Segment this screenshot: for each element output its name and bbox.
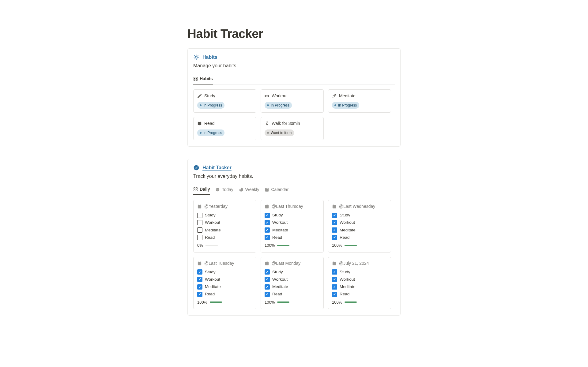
tracker-section: Habit Tacker Track your everyday habits.… — [187, 159, 401, 316]
checkbox[interactable] — [197, 235, 202, 240]
svg-rect-44 — [333, 262, 336, 265]
checkbox[interactable] — [197, 227, 202, 233]
progress-percent: 100% — [265, 299, 275, 305]
habit-check-row: ✓ Study — [332, 269, 387, 275]
habit-card[interactable]: Walk for 30min Want to form — [261, 117, 324, 140]
habit-label: Read — [205, 291, 215, 297]
calendar-icon — [265, 261, 269, 266]
tracker-tab-today[interactable]: Today — [215, 185, 233, 195]
habit-check-row: ✓ Study — [265, 212, 320, 218]
checkbox[interactable]: ✓ — [265, 292, 270, 297]
day-card[interactable]: @Last Wednesday ✓ Study ✓ Workout ✓ Medi… — [328, 200, 391, 253]
habit-card[interactable]: Workout In Progress — [261, 89, 324, 113]
habit-card-title: Read — [204, 120, 214, 127]
tracker-subtitle: Track your everyday habits. — [193, 173, 395, 180]
habit-check-row: ✓ Workout — [265, 219, 320, 226]
habit-check-row: ✓ Workout — [265, 276, 320, 283]
habit-check-row: ✓ Meditate — [197, 284, 252, 290]
tracker-link[interactable]: Habit Tacker — [202, 164, 232, 171]
grid-icon — [193, 77, 198, 81]
habit-card-title: Study — [204, 93, 215, 99]
calendar-icon — [265, 204, 269, 209]
checkbox[interactable]: ✓ — [332, 269, 337, 275]
progress-row: 100% — [265, 299, 320, 305]
tab-label: Daily — [200, 186, 210, 193]
checkbox[interactable]: ✓ — [332, 292, 337, 297]
progress-percent: 100% — [197, 299, 207, 305]
progress-bar — [205, 245, 218, 246]
checkbox[interactable]: ✓ — [332, 277, 337, 282]
habit-check-row: Read — [197, 234, 252, 241]
habits-link[interactable]: Habits — [202, 54, 217, 61]
habit-label: Study — [340, 269, 350, 275]
svg-rect-11 — [194, 79, 195, 81]
checkbox[interactable]: ✓ — [265, 235, 270, 240]
svg-rect-13 — [265, 95, 266, 97]
progress-row: 100% — [197, 299, 252, 305]
day-card[interactable]: @Last Monday ✓ Study ✓ Workout ✓ Meditat… — [261, 257, 324, 309]
habit-check-row: ✓ Meditate — [332, 227, 387, 233]
tab-label: Weekly — [245, 186, 259, 193]
status-label: Want to form — [271, 130, 292, 136]
checkbox[interactable]: ✓ — [197, 292, 202, 297]
progress-percent: 0% — [197, 242, 203, 249]
checkbox[interactable]: ✓ — [197, 284, 202, 290]
checkbox[interactable]: ✓ — [265, 284, 270, 290]
checkbox[interactable]: ✓ — [197, 277, 202, 282]
svg-rect-12 — [196, 79, 197, 81]
page-title: Habit Tracker — [187, 24, 401, 43]
habit-card[interactable]: Study In Progress — [193, 89, 256, 113]
day-card[interactable]: @July 21, 2024 ✓ Study ✓ Workout ✓ Medit… — [328, 257, 391, 309]
checkbox[interactable]: ✓ — [332, 235, 337, 240]
svg-rect-10 — [196, 77, 197, 78]
tracker-day-cards: @Yesterday Study Workout Meditate Read 0… — [193, 200, 395, 309]
habit-card[interactable]: Read In Progress — [193, 117, 256, 140]
checkbox[interactable] — [197, 213, 202, 218]
habits-view-tab[interactable]: Habits — [193, 74, 213, 84]
progress-row: 0% — [197, 242, 252, 249]
svg-rect-14 — [268, 95, 269, 97]
progress-bar — [345, 301, 357, 303]
habit-card-title: Walk for 30min — [272, 120, 300, 127]
checkbox[interactable]: ✓ — [265, 213, 270, 218]
day-card[interactable]: @Last Thursday ✓ Study ✓ Workout ✓ Medit… — [261, 200, 324, 253]
checkbox[interactable]: ✓ — [332, 213, 337, 218]
habit-label: Study — [272, 269, 283, 275]
checkbox[interactable]: ✓ — [265, 220, 270, 225]
habit-label: Workout — [205, 276, 220, 283]
habit-check-row: ✓ Study — [332, 212, 387, 218]
checkbox[interactable] — [197, 220, 202, 225]
habits-section: Habits Manage your habits. Habits Study … — [187, 48, 401, 147]
habit-label: Read — [272, 234, 282, 241]
svg-rect-22 — [194, 190, 195, 191]
habit-check-row: ✓ Study — [197, 269, 252, 275]
tracker-tab-calendar[interactable]: Calendar — [265, 185, 288, 195]
habit-label: Study — [340, 212, 350, 218]
svg-line-7 — [194, 59, 195, 59]
svg-rect-23 — [196, 190, 197, 191]
habit-card[interactable]: Meditate In Progress — [328, 89, 391, 113]
habit-cards-container: Study In Progress Workout In Progress Me… — [193, 89, 395, 140]
checkbox[interactable]: ✓ — [265, 269, 270, 275]
day-card[interactable]: @Last Tuesday ✓ Study ✓ Workout ✓ Medita… — [193, 257, 256, 309]
pencil-icon — [197, 94, 202, 98]
checkbox[interactable]: ✓ — [332, 284, 337, 290]
tracker-tab-daily[interactable]: Daily — [193, 184, 210, 195]
tracker-tab-weekly[interactable]: Weekly — [239, 185, 259, 195]
checkbox[interactable]: ✓ — [332, 220, 337, 225]
habit-label: Meditate — [340, 227, 356, 233]
svg-point-17 — [333, 97, 333, 97]
calendar-icon — [332, 204, 337, 209]
habit-check-row: ✓ Workout — [332, 276, 387, 283]
checkbox[interactable]: ✓ — [265, 277, 270, 282]
checkbox[interactable]: ✓ — [265, 227, 270, 233]
habit-label: Workout — [340, 219, 355, 226]
checkbox[interactable]: ✓ — [332, 227, 337, 233]
checkbox[interactable]: ✓ — [197, 269, 202, 275]
day-card[interactable]: @Yesterday Study Workout Meditate Read 0… — [193, 200, 256, 253]
habit-label: Meditate — [205, 284, 221, 290]
habit-check-row: ✓ Workout — [332, 219, 387, 226]
tab-label: Calendar — [271, 186, 288, 193]
day-date: @Last Thursday — [272, 203, 303, 210]
habit-label: Workout — [272, 276, 288, 283]
